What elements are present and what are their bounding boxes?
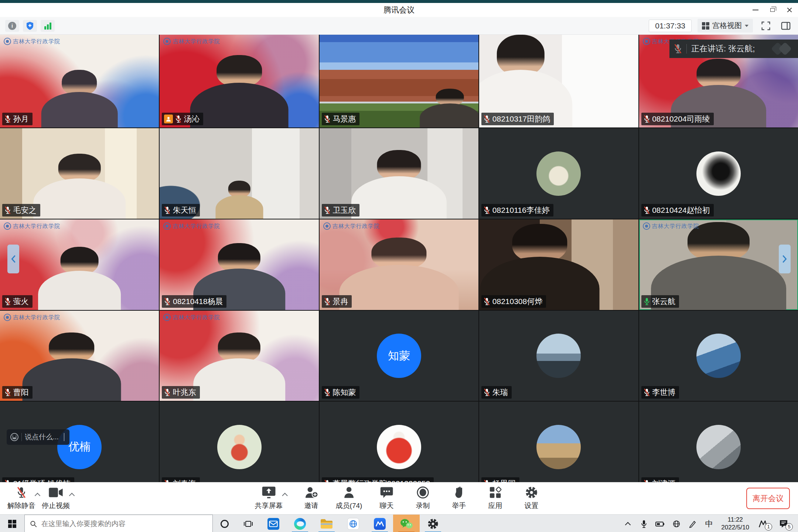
cortana-button[interactable]	[213, 515, 236, 532]
muted-mic-icon	[324, 388, 331, 396]
task-view-button[interactable]	[236, 515, 260, 532]
muted-mic-icon	[4, 297, 11, 306]
taskbar-search-box[interactable]	[24, 515, 213, 532]
participant-video-silhouette	[351, 150, 447, 219]
college-seal-icon	[643, 38, 650, 45]
participant-tile-23[interactable]: 萧黑鳖行政学院2021232052	[320, 402, 478, 482]
emoji-icon[interactable]	[10, 433, 18, 441]
share-screen-icon	[262, 485, 276, 499]
participant-tile-12[interactable]: 吉林大学行政学院08210418杨晨	[160, 219, 318, 310]
network-signal-icon	[44, 22, 51, 30]
participant-tile-3[interactable]: 马景惠	[320, 35, 478, 127]
taskbar-app-file-explorer[interactable]	[313, 515, 340, 532]
task-view-icon	[243, 520, 253, 528]
participant-tile-9[interactable]: 08210116李佳婷	[479, 128, 638, 219]
tray-battery[interactable]	[654, 515, 666, 532]
globe-app-icon	[347, 518, 359, 530]
meeting-security-button[interactable]	[23, 20, 37, 32]
control-share-screen-button[interactable]: 共享屏幕	[255, 485, 283, 511]
participant-avatar: 知蒙	[377, 334, 421, 378]
taskbar-app-wechat[interactable]	[393, 515, 420, 532]
participant-tile-8[interactable]: 卫玉欣	[320, 128, 478, 219]
control-menu-chevron-icon[interactable]	[35, 493, 41, 499]
chat-input-placeholder[interactable]: 说点什么...	[25, 432, 59, 442]
close-icon	[787, 7, 792, 13]
control-apps-button[interactable]: 应用	[483, 485, 507, 511]
control-record-button[interactable]: 录制	[411, 485, 434, 511]
tray-microphone[interactable]	[638, 515, 650, 532]
participant-tile-6[interactable]: 毛安之	[0, 128, 159, 219]
control-menu-chevron-icon[interactable]	[69, 493, 75, 499]
taskbar-app-mail[interactable]	[260, 515, 287, 532]
side-panel-button[interactable]	[779, 20, 793, 32]
participant-tile-20[interactable]: 李世博	[639, 311, 798, 401]
control-raise-hand-button[interactable]: 举手	[447, 485, 471, 511]
tray-globe-icon	[672, 520, 681, 528]
control-item-wrap: 停止视频	[42, 485, 74, 511]
participant-name-tag: 朱瑞	[481, 386, 512, 399]
tray-ime-indicator[interactable]: 中	[703, 515, 715, 532]
participant-tile-10[interactable]: 08210424赵怡初	[639, 128, 798, 219]
tray-ink-workspace[interactable]: 1	[755, 515, 771, 532]
participant-tile-2[interactable]: 吉林大学行政学院汤沁	[160, 35, 318, 127]
tray-mic-icon	[641, 519, 647, 529]
fullscreen-button[interactable]	[759, 20, 773, 32]
participant-tile-18[interactable]: 知蒙陈知蒙	[320, 311, 478, 401]
tray-clock[interactable]: 11:22 2022/5/10	[719, 515, 751, 532]
taskbar-app-edge[interactable]	[287, 515, 313, 532]
control-chat-button[interactable]: 聊天	[375, 485, 398, 511]
search-input[interactable]	[41, 520, 207, 528]
control-camera-button[interactable]: 停止视频	[42, 485, 70, 511]
meeting-info-button[interactable]: i	[5, 20, 19, 32]
taskbar-app-settings[interactable]	[420, 515, 446, 532]
next-page-button[interactable]	[779, 245, 791, 273]
taskbar-app-tencent-meeting[interactable]	[366, 515, 393, 532]
control-settings-button[interactable]: 设置	[519, 485, 543, 511]
tray-network-globe[interactable]	[670, 515, 683, 532]
participant-video-silhouette	[33, 154, 126, 219]
toolbar-right-group: 01:37:33 宫格视图	[649, 19, 793, 33]
participant-tile-19[interactable]: 朱瑞	[479, 311, 638, 401]
taskbar-app-browser-globe[interactable]	[340, 515, 366, 532]
participant-name-tag: 毛安之	[2, 204, 40, 216]
leave-meeting-button[interactable]: 离开会议	[746, 488, 790, 509]
muted-mic-icon	[484, 115, 490, 123]
participant-tile-15[interactable]: 吉林大学行政学院张云航	[639, 219, 798, 310]
title-bar: 腾讯会议	[0, 3, 798, 17]
participant-tile-22[interactable]: 刘春海	[160, 402, 318, 482]
network-quality-button[interactable]	[41, 20, 55, 32]
participant-tile-11[interactable]: 吉林大学行政学院萤火	[0, 219, 159, 310]
minimize-button[interactable]	[747, 3, 764, 17]
tray-pen[interactable]	[686, 515, 699, 532]
participant-tile-16[interactable]: 吉林大学行政学院曹阳	[0, 311, 159, 401]
participant-tile-4[interactable]: 08210317田韵鸽	[479, 35, 638, 127]
control-mic-muted-button[interactable]: 解除静音	[7, 485, 35, 511]
participant-tile-7[interactable]: 朱天恒	[160, 128, 318, 219]
control-menu-chevron-icon[interactable]	[282, 493, 288, 499]
ink-badge: 1	[765, 523, 772, 531]
close-button[interactable]	[781, 3, 798, 17]
participant-tile-13[interactable]: 吉林大学行政学院景冉	[320, 219, 478, 310]
participant-avatar	[536, 334, 581, 378]
fullscreen-icon	[761, 21, 771, 31]
participant-tile-25[interactable]: 刘津源	[639, 402, 798, 482]
participant-tile-14[interactable]: 08210308何烨	[479, 219, 638, 310]
action-center-button[interactable]: 5	[775, 515, 792, 532]
muted-mic-icon	[324, 480, 331, 482]
participant-tile-24[interactable]: 杨思园	[479, 402, 638, 482]
tray-show-hidden-icons[interactable]	[621, 515, 634, 532]
participant-tile-1[interactable]: 吉林大学行政学院孙月	[0, 35, 159, 127]
college-seal-icon	[163, 314, 171, 321]
control-item-wrap: 录制	[411, 485, 434, 511]
control-members-button[interactable]: 成员(74)	[336, 485, 362, 511]
quick-chat-bar[interactable]: 说点什么...	[7, 429, 69, 445]
view-mode-selector[interactable]: 宫格视图	[698, 19, 753, 33]
participant-tile-17[interactable]: 吉林大学行政学院叶兆东	[160, 311, 318, 401]
participant-name-tag: 08210424赵怡初	[641, 204, 714, 216]
control-invite-button[interactable]: 邀请	[300, 485, 323, 511]
control-item-wrap: 举手	[447, 485, 471, 511]
start-button[interactable]	[0, 515, 24, 532]
invite-icon	[304, 485, 318, 499]
previous-page-button[interactable]	[7, 245, 19, 273]
restore-button[interactable]	[764, 3, 781, 17]
